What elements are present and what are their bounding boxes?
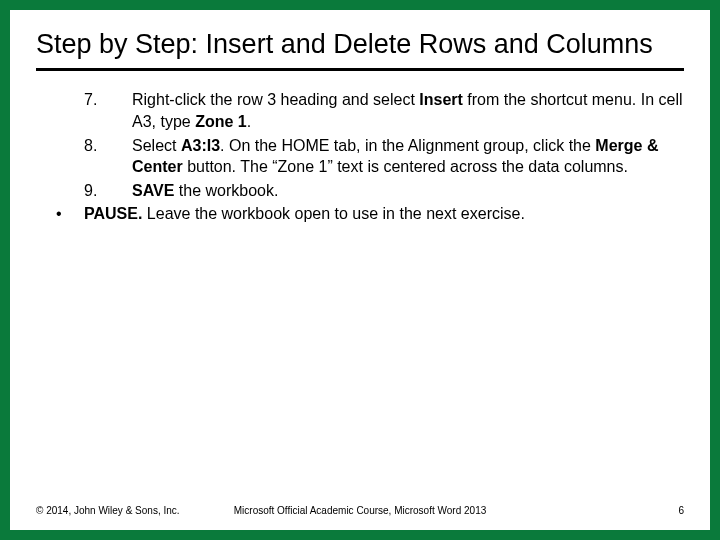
pause-label: PAUSE. (84, 205, 142, 222)
footer: © 2014, John Wiley & Sons, Inc. Microsof… (36, 499, 684, 516)
step-text: Right-click the row 3 heading and select… (132, 89, 684, 132)
step-item: 8.Select A3:I3. On the HOME tab, in the … (84, 135, 684, 178)
step-number: 8. (84, 135, 132, 178)
text-run: Select (132, 137, 181, 154)
pause-row: • PAUSE. Leave the workbook open to use … (56, 203, 684, 225)
text-run: Right-click the row 3 heading and select (132, 91, 419, 108)
step-number: 7. (84, 89, 132, 132)
pause-body: Leave the workbook open to use in the ne… (142, 205, 524, 222)
page-title: Step by Step: Insert and Delete Rows and… (36, 28, 684, 71)
step-list: 7.Right-click the row 3 heading and sele… (84, 89, 684, 201)
slide: Step by Step: Insert and Delete Rows and… (10, 10, 710, 530)
step-number: 9. (84, 180, 132, 202)
step-text: SAVE the workbook. (132, 180, 684, 202)
footer-copyright: © 2014, John Wiley & Sons, Inc. (36, 505, 198, 516)
text-run: the workbook. (174, 182, 278, 199)
bold-run: SAVE (132, 182, 174, 199)
text-run: button. The “Zone 1” text is centered ac… (183, 158, 628, 175)
text-run: . On the HOME tab, in the Alignment grou… (220, 137, 595, 154)
footer-course: Microsoft Official Academic Course, Micr… (198, 505, 522, 516)
bold-run: Insert (419, 91, 463, 108)
pause-text: PAUSE. Leave the workbook open to use in… (84, 203, 684, 225)
step-item: 7.Right-click the row 3 heading and sele… (84, 89, 684, 132)
bold-run: A3:I3 (181, 137, 220, 154)
step-text: Select A3:I3. On the HOME tab, in the Al… (132, 135, 684, 178)
content-area: 7.Right-click the row 3 heading and sele… (36, 71, 684, 499)
step-item: 9. SAVE the workbook. (84, 180, 684, 202)
footer-page: 6 (522, 505, 684, 516)
bold-run: Zone 1 (195, 113, 247, 130)
bullet-icon: • (56, 203, 84, 225)
text-run: . (247, 113, 251, 130)
